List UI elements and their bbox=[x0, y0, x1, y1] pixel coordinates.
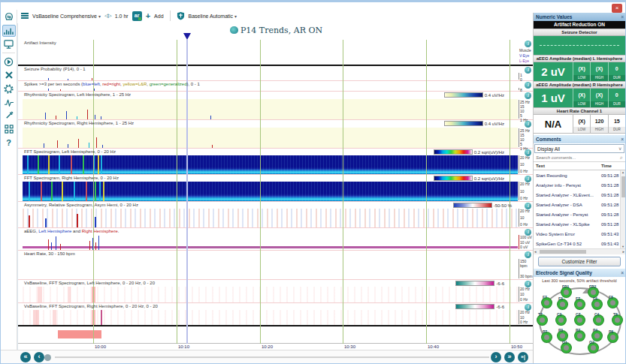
info-icon[interactable]: i bbox=[525, 41, 531, 47]
comment-row[interactable]: Started Analyzer - Persyst09:51:28 bbox=[534, 209, 625, 219]
page-forward-button[interactable]: › bbox=[491, 352, 501, 362]
electrode-p8[interactable]: P8 bbox=[608, 332, 618, 342]
comment-row[interactable]: SpikeGen Cz-T34 0.5209:51:43 bbox=[534, 239, 625, 248]
comments-hscrollbar[interactable]: ◂ ▸ bbox=[534, 248, 625, 254]
trend-row-fft-left[interactable]: FFT Spectrogram, Left Hemisphere, 0 - 20… bbox=[18, 149, 534, 175]
scale-value: 0.2 sqrt(uV)/Hz bbox=[474, 150, 504, 155]
trend-row-rhythmicity-right[interactable]: Rhythmicity Spectrogram, Right Hemispher… bbox=[18, 120, 534, 149]
comments-list[interactable]: Start Recording09:51:28Analyzer info - P… bbox=[534, 170, 625, 248]
sidebar-item-review[interactable] bbox=[2, 38, 16, 50]
trend-row-aeeg[interactable]: aEEG, Left Hemisphere and Right Hemisphe… bbox=[18, 228, 534, 251]
electrode-cz[interactable]: CZ bbox=[575, 315, 585, 325]
go-to-end-button[interactable]: »| bbox=[518, 352, 528, 362]
event-strip[interactable] bbox=[18, 326, 534, 343]
timeline-scrollbar-thumb[interactable] bbox=[44, 354, 51, 361]
chevron-down-icon: ▾ bbox=[98, 14, 101, 19]
comments-columns[interactable]: Text Time bbox=[534, 162, 625, 170]
sidebar-item-close[interactable] bbox=[2, 69, 16, 81]
column-text[interactable]: Text bbox=[534, 164, 601, 168]
trend-row-seizure-probability[interactable]: Seizure Probability (P14), 0 - 1 i 1 0 bbox=[18, 66, 534, 81]
sidebar-item-settings[interactable] bbox=[2, 83, 16, 95]
electrode-t7[interactable]: T7 bbox=[537, 315, 547, 325]
info-icon[interactable]: i bbox=[525, 82, 531, 89]
comment-row[interactable]: Started Analyzer - XLEvent...09:51:28 bbox=[534, 190, 625, 200]
time-cursor-marker[interactable] bbox=[183, 33, 191, 40]
app-window: × ? V bbox=[0, 0, 626, 364]
electrode-f7[interactable]: F7 bbox=[542, 298, 552, 308]
page-back-button[interactable]: ‹ bbox=[34, 352, 44, 362]
vscrollbar-thumb[interactable] bbox=[621, 176, 625, 197]
electrode-o1[interactable]: O1 bbox=[561, 343, 571, 353]
comment-row[interactable]: Started Analyzer - DSA09:51:28 bbox=[534, 200, 625, 209]
close-icon[interactable]: × bbox=[621, 13, 624, 21]
electrode-t8[interactable]: T8 bbox=[612, 315, 622, 325]
info-icon[interactable]: i bbox=[525, 121, 531, 128]
column-time[interactable]: Time bbox=[601, 164, 625, 168]
electrode-pz[interactable]: PZ bbox=[575, 331, 585, 341]
trend-row-spikes[interactable]: Spikes >=3 per ten seconds (blue=left, r… bbox=[18, 81, 534, 92]
sidebar-item-spike-detection[interactable] bbox=[2, 96, 16, 108]
sidebar-item-trends[interactable] bbox=[2, 25, 16, 37]
asymmetry-colorbar bbox=[453, 203, 492, 208]
info-icon[interactable]: i bbox=[525, 281, 531, 287]
info-icon[interactable]: i bbox=[525, 304, 531, 311]
artifact-reduction-toggle[interactable]: ar bbox=[132, 11, 142, 21]
timeline-scrollbar-track[interactable] bbox=[55, 356, 489, 358]
preset-dropdown[interactable]: VsBaseline Comprehensive ▾ bbox=[32, 14, 101, 19]
baseline-dropdown[interactable]: Baseline Automatic ▾ bbox=[189, 14, 237, 19]
sidebar-item-help[interactable]: ? bbox=[2, 137, 16, 149]
trend-row-fft-right[interactable]: FFT Spectrogram, Right Hemisphere, 0 - 2… bbox=[18, 175, 534, 202]
comment-row[interactable]: Video System Error09:51:43 bbox=[534, 229, 625, 239]
electrode-c3[interactable]: C3 bbox=[556, 315, 566, 325]
comments-filter-dropdown[interactable]: Display All ˅ bbox=[534, 144, 624, 153]
scroll-right-icon[interactable]: ▸ bbox=[622, 249, 624, 254]
comment-row[interactable]: Started Analyzer - XLSpike09:51:28 bbox=[534, 219, 625, 229]
sidebar-item-tools[interactable] bbox=[2, 110, 16, 122]
electrode-p7[interactable]: P7 bbox=[542, 332, 552, 342]
electrode-o2[interactable]: O2 bbox=[588, 343, 598, 353]
comments-vscrollbar[interactable]: ▲ ▼ bbox=[620, 170, 625, 248]
electrode-c4[interactable]: C4 bbox=[594, 315, 603, 325]
info-icon[interactable]: i bbox=[525, 92, 531, 99]
timescale-value[interactable]: 1.0 hr bbox=[115, 14, 129, 19]
electrode-fz[interactable]: FZ bbox=[575, 299, 585, 309]
page-back-fast-button[interactable]: « bbox=[20, 352, 31, 362]
electrode-f4[interactable]: F4 bbox=[592, 299, 602, 309]
info-icon[interactable]: i bbox=[525, 176, 531, 182]
trend-row-vsbaseline-right[interactable]: VsBaseline, FFT Spectrogram, Right Hemis… bbox=[18, 303, 534, 326]
electrode-f8[interactable]: F8 bbox=[608, 298, 618, 308]
trend-main-area[interactable]: P14 Trends, AR ON Artifact Intensity i M… bbox=[17, 23, 534, 353]
sidebar-item-montage-grid[interactable] bbox=[2, 123, 16, 135]
electrode-quality-header: Electrode Signal Quality × bbox=[534, 269, 625, 277]
close-icon[interactable]: × bbox=[621, 269, 624, 277]
info-icon[interactable]: i bbox=[525, 67, 531, 74]
close-icon[interactable]: × bbox=[621, 135, 624, 143]
info-icon[interactable]: i bbox=[525, 229, 531, 236]
trend-row-heart-rate[interactable]: Heart Rate, 30 - 150 bpm i 150 bpm 30 bp… bbox=[18, 251, 534, 280]
comment-row[interactable]: Analyzer info - Persyst09:51:28 bbox=[534, 180, 625, 190]
trend-row-rhythmicity-left[interactable]: Rhythmicity Spectrogram, Left Hemisphere… bbox=[18, 92, 534, 120]
customize-filter-button[interactable]: Customize Filter bbox=[538, 257, 621, 266]
page-forward-fast-button[interactable]: » bbox=[504, 352, 515, 362]
event-duration-bar[interactable] bbox=[58, 330, 101, 338]
sidebar-item-play[interactable] bbox=[2, 56, 16, 68]
comments-search[interactable]: ⌕ bbox=[534, 154, 625, 162]
scroll-left-icon[interactable]: ◂ bbox=[534, 249, 537, 254]
trend-row-asymmetry[interactable]: Asymmetry, Relative Spectrogram, Asym He… bbox=[18, 202, 534, 228]
info-icon[interactable]: i bbox=[525, 251, 531, 258]
scroll-up-icon[interactable]: ▲ bbox=[621, 170, 624, 174]
comment-row[interactable]: Start Recording09:51:28 bbox=[534, 170, 625, 180]
hscrollbar-thumb[interactable] bbox=[540, 250, 586, 254]
info-icon[interactable]: i bbox=[525, 203, 531, 209]
window-close-button[interactable]: × bbox=[612, 4, 622, 13]
page-title: P14 Trends, AR ON bbox=[18, 26, 534, 35]
trend-row-vsbaseline-left[interactable]: VsBaseline, FFT Spectrogram, Left Hemisp… bbox=[18, 280, 534, 303]
menu-icon[interactable] bbox=[21, 13, 29, 19]
trend-row-artifact-intensity[interactable]: Artifact Intensity i Muscle V-Eye L-Eye bbox=[18, 40, 534, 66]
add-button[interactable]: Add bbox=[154, 14, 163, 19]
info-icon[interactable]: i bbox=[525, 149, 531, 156]
search-input[interactable] bbox=[536, 155, 611, 160]
timescale-arrows-icon[interactable]: ◁▷ bbox=[104, 13, 111, 19]
electrode-f3[interactable]: F3 bbox=[558, 299, 567, 309]
axis-label: 10 bbox=[520, 315, 534, 320]
